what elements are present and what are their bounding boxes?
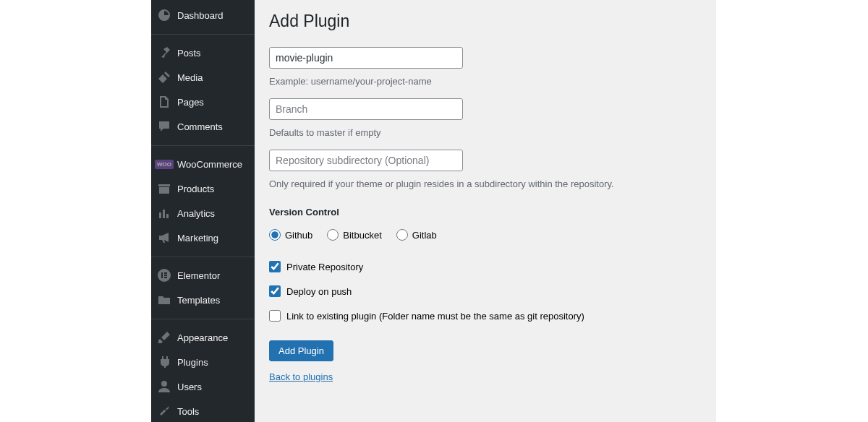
archive-icon: [157, 181, 171, 196]
branch-input[interactable]: [269, 98, 463, 120]
svg-rect-2: [164, 272, 167, 274]
folder-icon: [157, 293, 171, 307]
megaphone-icon: [157, 231, 171, 245]
subdir-help-text: Only required if your theme or plugin re…: [269, 178, 702, 189]
deploy-push-checkbox[interactable]: [269, 285, 281, 297]
sidebar-item-elementor[interactable]: Elementor: [151, 263, 255, 288]
private-repo-checkbox[interactable]: [269, 261, 281, 272]
sidebar-item-label: Comments: [177, 121, 223, 132]
private-repo-row: Private Repository: [269, 261, 702, 272]
left-gutter: [0, 0, 151, 422]
sidebar-item-comments[interactable]: Comments: [151, 114, 255, 139]
plug-icon: [157, 355, 171, 369]
pin-icon: [157, 46, 171, 60]
chart-icon: [157, 206, 171, 220]
svg-rect-4: [164, 277, 167, 278]
radio-github[interactable]: Github: [269, 229, 312, 241]
radio-bitbucket[interactable]: Bitbucket: [327, 229, 381, 241]
sidebar-item-label: Elementor: [177, 270, 220, 281]
right-gutter: [716, 0, 868, 422]
radio-label: Gitlab: [412, 230, 437, 241]
sidebar-item-tools[interactable]: Tools: [151, 399, 255, 422]
sidebar-item-label: Media: [177, 72, 203, 83]
brush-icon: [157, 330, 171, 345]
radio-bitbucket-input[interactable]: [327, 229, 339, 241]
radio-gitlab[interactable]: Gitlab: [396, 229, 437, 241]
sidebar-item-analytics[interactable]: Analytics: [151, 201, 255, 225]
sidebar-item-label: Posts: [177, 48, 201, 59]
sidebar-item-label: Analytics: [177, 208, 215, 219]
radio-label: Bitbucket: [343, 230, 381, 241]
pages-icon: [157, 95, 171, 109]
svg-rect-3: [164, 275, 167, 276]
elementor-icon: [157, 268, 171, 283]
radio-github-input[interactable]: [269, 229, 281, 241]
comment-icon: [157, 119, 171, 134]
sidebar-item-label: Tools: [177, 406, 199, 417]
link-existing-row: Link to existing plugin (Folder name mus…: [269, 310, 702, 322]
subdirectory-input[interactable]: [269, 150, 463, 171]
deploy-push-row: Deploy on push: [269, 285, 702, 297]
sidebar-item-pages[interactable]: Pages: [151, 90, 255, 114]
sidebar-item-label: Dashboard: [177, 10, 224, 21]
link-existing-checkbox[interactable]: [269, 310, 281, 322]
admin-sidebar: Dashboard Posts Media Pages Comments: [151, 0, 255, 422]
main-panel: Add Plugin Example: username/your-projec…: [255, 0, 716, 422]
woo-icon: WOO: [157, 157, 171, 171]
back-to-plugins-link[interactable]: Back to plugins: [269, 371, 333, 382]
version-control-radios: Github Bitbucket Gitlab: [269, 229, 702, 241]
sidebar-item-posts[interactable]: Posts: [151, 40, 255, 65]
branch-help-text: Defaults to master if empty: [269, 127, 702, 138]
checkbox-label: Private Repository: [286, 262, 363, 272]
sidebar-item-plugins[interactable]: Plugins: [151, 350, 255, 374]
media-icon: [157, 70, 171, 85]
add-plugin-button[interactable]: Add Plugin: [269, 340, 333, 361]
sidebar-item-label: Products: [177, 184, 214, 194]
svg-point-5: [161, 381, 167, 387]
checkbox-label: Link to existing plugin (Folder name mus…: [286, 311, 584, 322]
sidebar-item-products[interactable]: Products: [151, 176, 255, 201]
sidebar-item-templates[interactable]: Templates: [151, 288, 255, 312]
sidebar-item-label: Users: [177, 382, 202, 392]
sidebar-item-woocommerce[interactable]: WOO WooCommerce: [151, 152, 255, 176]
svg-rect-1: [161, 272, 163, 278]
dashboard-icon: [157, 8, 171, 22]
page-title: Add Plugin: [269, 12, 702, 31]
sidebar-item-users[interactable]: Users: [151, 374, 255, 399]
repo-help-text: Example: username/your-project-name: [269, 76, 702, 87]
wrench-icon: [157, 404, 171, 418]
sidebar-item-label: Templates: [177, 295, 220, 306]
checkbox-label: Deploy on push: [286, 286, 352, 297]
repository-input[interactable]: [269, 47, 463, 69]
radio-gitlab-input[interactable]: [396, 229, 408, 241]
sidebar-item-label: Appearance: [177, 332, 228, 343]
sidebar-item-label: WooCommerce: [177, 159, 242, 170]
sidebar-item-label: Marketing: [177, 233, 218, 244]
sidebar-item-appearance[interactable]: Appearance: [151, 325, 255, 350]
radio-label: Github: [285, 230, 312, 241]
sidebar-item-media[interactable]: Media: [151, 65, 255, 90]
user-icon: [157, 379, 171, 394]
sidebar-item-marketing[interactable]: Marketing: [151, 225, 255, 250]
sidebar-item-dashboard[interactable]: Dashboard: [151, 3, 255, 27]
sidebar-item-label: Plugins: [177, 357, 208, 368]
version-control-label: Version Control: [269, 207, 702, 218]
sidebar-item-label: Pages: [177, 97, 204, 108]
